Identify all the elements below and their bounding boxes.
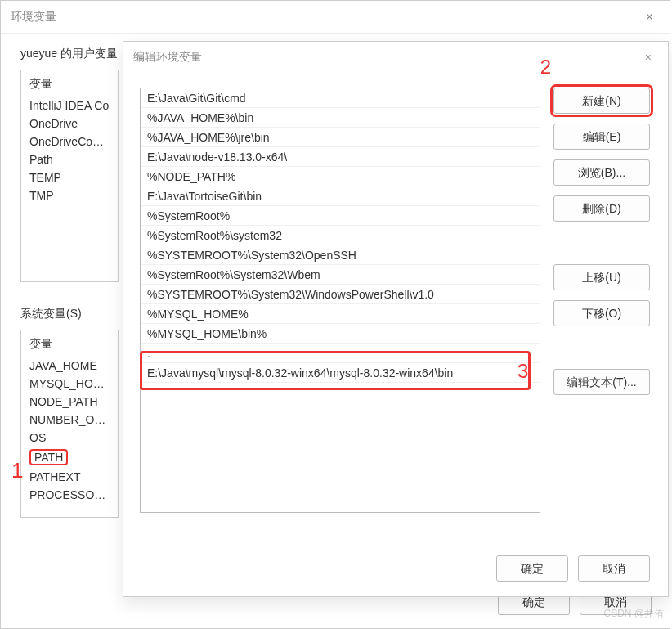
path-entry[interactable]: %SYSTEMROOT%\System32\OpenSSH	[141, 245, 540, 265]
env-vars-title: 环境变量	[11, 10, 56, 25]
user-var-row[interactable]: OneDrive	[29, 115, 110, 133]
path-entries-list[interactable]: E:\Java\Git\Git\cmd %JAVA_HOME%\bin %JAV…	[140, 88, 540, 513]
browse-button[interactable]: 浏览(B)...	[553, 159, 650, 186]
path-entry[interactable]: %MYSQL_HOME\bin%	[141, 324, 540, 344]
system-var-row[interactable]: NUMBER_OF_P	[29, 411, 110, 429]
edit-dialog-title: 编辑环境变量	[133, 50, 202, 65]
cancel-button[interactable]: 取消	[578, 555, 650, 582]
column-header-variable: 变量	[29, 337, 110, 352]
close-icon[interactable]: ×	[638, 47, 658, 67]
annotation-3: 3	[517, 360, 528, 383]
delete-button[interactable]: 删除(D)	[553, 195, 650, 222]
system-var-row-path[interactable]: PATH	[29, 447, 110, 468]
edit-text-button[interactable]: 编辑文本(T)...	[553, 369, 650, 395]
path-entry[interactable]: %NODE_PATH%	[141, 167, 540, 186]
path-entry[interactable]: %SystemRoot%\system32	[141, 226, 540, 245]
annotation-1: 1	[11, 458, 23, 483]
path-entry[interactable]: E:\Java\mysql\mysql-8.0.32-winx64\mysql-…	[141, 363, 540, 383]
system-var-row[interactable]: NODE_PATH	[29, 393, 110, 411]
path-entry[interactable]: .	[141, 344, 540, 363]
system-vars-list[interactable]: 变量 JAVA_HOME MYSQL_HOME NODE_PATH NUMBER…	[20, 330, 119, 518]
column-header-variable: 变量	[29, 77, 110, 92]
path-entry[interactable]: %SYSTEMROOT%\System32\WindowsPowerShell\…	[141, 285, 540, 304]
user-var-row[interactable]: IntelliJ IDEA Co	[29, 97, 110, 115]
system-var-row[interactable]: PROCESSOR_A	[29, 486, 110, 504]
new-button[interactable]: 新建(N)	[553, 88, 650, 114]
path-entry[interactable]: %JAVA_HOME%\jre\bin	[141, 128, 540, 147]
path-entry[interactable]: %MYSQL_HOME%	[141, 304, 540, 324]
path-entry[interactable]: %SystemRoot%\System32\Wbem	[141, 265, 540, 285]
close-icon[interactable]: ×	[639, 7, 660, 28]
user-vars-list[interactable]: 变量 IntelliJ IDEA Co OneDrive OneDriveCon…	[20, 70, 119, 282]
user-var-row[interactable]: Path	[29, 151, 110, 168]
path-entry[interactable]: E:\Java\node-v18.13.0-x64\	[141, 147, 540, 167]
system-var-row[interactable]: JAVA_HOME	[29, 357, 110, 375]
edit-env-var-dialog: 编辑环境变量 × E:\Java\Git\Git\cmd %JAVA_HOME%…	[123, 41, 669, 597]
path-entry[interactable]: E:\Java\TortoiseGit\bin	[141, 186, 540, 206]
path-entry[interactable]: %SystemRoot%	[141, 206, 540, 226]
system-var-row[interactable]: PATHEXT	[29, 468, 110, 486]
system-var-row[interactable]: OS	[29, 429, 110, 447]
edit-body: E:\Java\Git\Git\cmd %JAVA_HOME%\bin %JAV…	[123, 73, 668, 521]
move-down-button[interactable]: 下移(O)	[553, 300, 650, 326]
path-entry[interactable]: %JAVA_HOME%\bin	[141, 108, 540, 128]
edit-titlebar: 编辑环境变量 ×	[123, 42, 668, 73]
env-vars-titlebar: 环境变量 ×	[1, 1, 670, 34]
edit-bottom-buttons: 确定 取消	[496, 555, 650, 582]
edit-button[interactable]: 编辑(E)	[553, 124, 650, 150]
side-buttons: 新建(N) 编辑(E) 浏览(B)... 删除(D) 上移(U) 下移(O) 编…	[553, 88, 650, 513]
user-var-row[interactable]: TMP	[29, 186, 110, 204]
user-var-row[interactable]: TEMP	[29, 168, 110, 186]
system-var-row[interactable]: MYSQL_HOME	[29, 375, 110, 393]
annotation-2: 2	[540, 56, 551, 79]
move-up-button[interactable]: 上移(U)	[553, 264, 650, 290]
ok-button[interactable]: 确定	[496, 555, 568, 582]
watermark: CSDN @井侑	[603, 607, 664, 621]
path-entry[interactable]: E:\Java\Git\Git\cmd	[141, 88, 540, 108]
path-highlight: PATH	[29, 449, 68, 465]
user-var-row[interactable]: OneDriveConsu	[29, 133, 110, 151]
